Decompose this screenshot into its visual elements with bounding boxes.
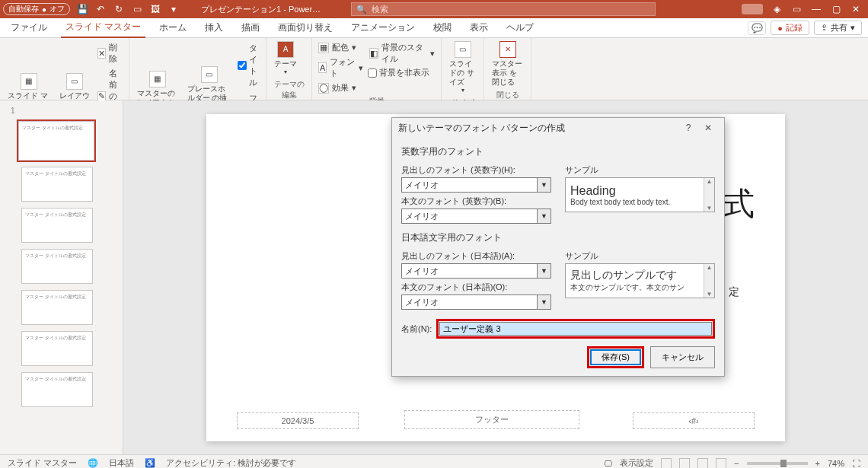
tab-view[interactable]: 表示 — [465, 18, 493, 37]
tab-file[interactable]: ファイル — [6, 18, 52, 37]
redo-icon[interactable]: ↻ — [113, 3, 125, 15]
search-icon: 🔍 — [356, 5, 367, 14]
tab-animation[interactable]: アニメーション — [346, 18, 420, 37]
slide-size-button[interactable]: ▭スライドの サイズ▾ — [446, 40, 479, 96]
chevron-down-icon[interactable]: ▼ — [538, 177, 551, 193]
save-button[interactable]: 保存(S) — [590, 349, 641, 365]
tab-help[interactable]: ヘルプ — [502, 18, 538, 37]
autosave-toggle[interactable]: 自動保存 ● オフ — [3, 3, 70, 15]
date-placeholder[interactable]: 2024/3/5 — [237, 412, 359, 429]
name-input[interactable] — [439, 322, 712, 336]
zoom-out-icon[interactable]: − — [734, 459, 739, 468]
heading-jp-label: 見出しのフォント (日本語)(A): — [401, 250, 551, 262]
slide-thumbnails-panel[interactable]: 1 マスター タイトルの書式設定 マスター タイトルの書式設定 マスター タイト… — [0, 100, 123, 454]
sample-label-latin: サンプル — [565, 164, 715, 176]
minimize-icon[interactable]: — — [810, 3, 822, 15]
diamond-icon[interactable]: ◈ — [771, 3, 783, 15]
tab-draw[interactable]: 描画 — [237, 18, 264, 37]
heading-latin-combo[interactable]: メイリオ▼ — [401, 177, 551, 193]
footer-placeholder[interactable]: フッター — [404, 410, 579, 429]
view-normal-icon[interactable] — [661, 458, 672, 469]
thumbnail-master[interactable]: マスター タイトルの書式設定 — [18, 121, 94, 161]
thumbnail-layout[interactable]: マスター タイトルの書式設定 — [21, 331, 93, 366]
fit-to-window-icon[interactable]: ⛶ — [852, 459, 860, 468]
dialog-title: 新しいテーマのフォント パターンの作成 — [398, 122, 565, 135]
slide-canvas[interactable]: の書式 定 2024/3/5 フッター ‹#› 新しいテーマのフォント パターン… — [123, 100, 868, 454]
jp-sample-box: 見出しのサンプルです 本文のサンプルです。本文のサン ▲▼ — [565, 263, 715, 298]
qat-overflow-icon[interactable]: ▾ — [168, 3, 180, 15]
close-master-button[interactable]: ✕マスター表示 を閉じる — [489, 40, 526, 88]
chevron-down-icon[interactable]: ▼ — [538, 209, 551, 224]
effects-icon: ◯ — [318, 83, 329, 94]
view-sorter-icon[interactable] — [679, 458, 690, 469]
fonts-icon: A — [318, 62, 327, 73]
save-icon[interactable]: 💾 — [76, 3, 88, 15]
close-icon[interactable]: ✕ — [850, 3, 862, 15]
bg-style-button[interactable]: ◧背景のスタイル ▾ — [368, 41, 436, 65]
view-slideshow-icon[interactable] — [716, 458, 726, 469]
sample-scrollbar[interactable]: ▲▼ — [704, 264, 714, 298]
themes-button[interactable]: Aテーマ▾ — [271, 40, 300, 78]
document-title: プレゼンテーション1 - Power… — [201, 4, 321, 15]
comments-toggle-icon[interactable]: 💬 — [748, 21, 766, 35]
slidenum-placeholder[interactable]: ‹#› — [633, 412, 755, 429]
thumbnail-layout[interactable]: マスター タイトルの書式設定 — [21, 167, 93, 202]
tab-slide-master[interactable]: スライド マスター — [61, 18, 145, 38]
ribbon: ▦スライド マス ターの挿入 ▭レイアウト の挿入 ✕削除 ✎名前の変更 ◻保持… — [0, 38, 868, 100]
picture-icon[interactable]: 🖼 — [149, 3, 161, 15]
ribbon-display-icon[interactable]: ▭ — [790, 3, 803, 15]
chevron-down-icon[interactable]: ▼ — [538, 263, 551, 279]
cancel-button[interactable]: キャンセル — [650, 346, 715, 368]
status-lang[interactable]: 日本語 — [109, 457, 134, 468]
ribbon-tabs: ファイル スライド マスター ホーム 挿入 描画 画面切り替え アニメーション … — [0, 18, 868, 38]
thumbnail-layout[interactable]: マスター タイトルの書式設定 — [21, 290, 93, 325]
thumbnail-layout[interactable]: マスター タイトルの書式設定 — [21, 372, 93, 407]
search-input[interactable]: 🔍 検索 — [351, 2, 656, 16]
tab-transition[interactable]: 画面切り替え — [273, 18, 337, 37]
dialog-close-icon[interactable]: ✕ — [698, 123, 718, 133]
sample-label-jp: サンプル — [565, 250, 715, 262]
effects-button[interactable]: ◯効果 ▾ — [317, 81, 365, 94]
sample-scrollbar[interactable]: ▲▼ — [704, 178, 714, 212]
display-settings[interactable]: 表示設定 — [620, 457, 653, 468]
bg-style-icon: ◧ — [369, 48, 378, 59]
delete-button[interactable]: ✕削除 — [96, 41, 124, 65]
accessibility-icon: ♿ — [145, 458, 155, 468]
body-jp-label: 本文のフォント (日本語)(O): — [401, 282, 551, 293]
body-latin-combo[interactable]: メイリオ▼ — [401, 209, 551, 224]
colors-button[interactable]: ▦配色 ▾ — [317, 41, 365, 54]
thumbnail-layout[interactable]: マスター タイトルの書式設定 — [21, 208, 93, 243]
fonts-button[interactable]: Aフォント ▾ — [317, 56, 365, 80]
undo-icon[interactable]: ↶ — [94, 3, 107, 15]
work-area: 1 マスター タイトルの書式設定 マスター タイトルの書式設定 マスター タイト… — [0, 100, 868, 454]
tab-review[interactable]: 校閲 — [429, 18, 456, 37]
title-checkbox[interactable]: タイトル — [238, 43, 261, 88]
maximize-icon[interactable]: ▢ — [830, 3, 842, 15]
body-latin-label: 本文のフォント (英数字)(B): — [401, 196, 551, 207]
dialog-help-icon[interactable]: ? — [678, 123, 698, 133]
heading-latin-label: 見出しのフォント (英数字)(H): — [401, 164, 551, 176]
body-jp-combo[interactable]: メイリオ▼ — [401, 294, 551, 310]
delete-icon: ✕ — [97, 48, 107, 59]
start-slideshow-icon[interactable]: ▭ — [131, 3, 143, 15]
chevron-down-icon[interactable]: ▼ — [538, 294, 551, 310]
view-reading-icon[interactable] — [697, 458, 708, 469]
zoom-in-icon[interactable]: + — [815, 459, 820, 468]
hide-bg-checkbox[interactable]: 背景を非表示 — [368, 67, 436, 78]
zoom-value[interactable]: 74% — [828, 459, 844, 468]
heading-jp-combo[interactable]: メイリオ▼ — [401, 263, 551, 279]
tab-insert[interactable]: 挿入 — [200, 18, 228, 37]
slide-sub-fragment: 定 — [729, 285, 739, 299]
status-mode[interactable]: スライド マスター — [8, 457, 77, 468]
statusbar: スライド マスター 🌐 日本語 ♿ アクセシビリティ: 検討が必要です 🖵 表示… — [0, 454, 868, 468]
share-button[interactable]: ⇪共有▾ — [814, 21, 862, 35]
latin-section-label: 英数字用のフォント — [401, 145, 715, 158]
record-button[interactable]: ●記録 — [771, 21, 809, 35]
thumbnail-layout[interactable]: マスター タイトルの書式設定 — [21, 249, 93, 284]
tab-home[interactable]: ホーム — [155, 18, 191, 37]
zoom-slider[interactable] — [747, 462, 808, 465]
status-accessibility[interactable]: アクセシビリティ: 検討が必要です — [166, 457, 296, 468]
create-theme-fonts-dialog: 新しいテーマのフォント パターンの作成 ? ✕ 英数字用のフォント 見出しのフォ… — [391, 117, 725, 377]
name-label: 名前(N): — [401, 323, 432, 335]
account-avatar[interactable] — [742, 4, 763, 14]
